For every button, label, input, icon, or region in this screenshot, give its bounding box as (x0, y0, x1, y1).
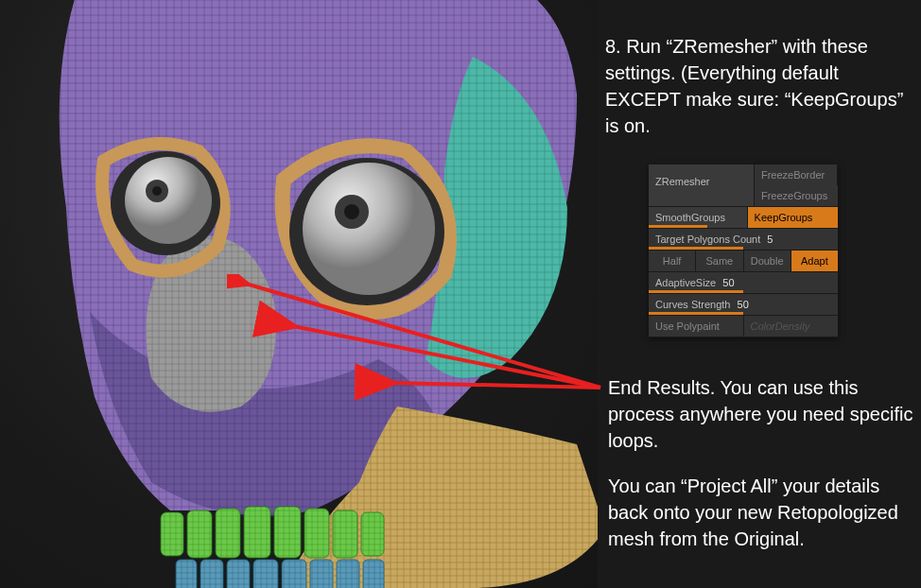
svg-rect-15 (161, 512, 183, 556)
target-polygons-slider[interactable]: Target Polygons Count 5 (649, 229, 838, 251)
svg-rect-22 (361, 512, 384, 556)
skull-mesh-render (0, 0, 598, 588)
svg-rect-21 (333, 510, 357, 558)
svg-point-14 (344, 204, 359, 219)
svg-rect-28 (310, 560, 333, 588)
svg-rect-24 (200, 560, 223, 588)
use-polypaint-toggle[interactable]: Use Polypaint (649, 316, 744, 337)
same-button[interactable]: Same (696, 251, 743, 271)
freeze-groups-toggle[interactable]: FreezeGroups (755, 185, 838, 206)
double-button[interactable]: Double (744, 251, 791, 271)
svg-rect-27 (282, 560, 306, 588)
svg-rect-30 (363, 560, 384, 588)
svg-point-11 (152, 186, 162, 196)
smooth-groups-toggle[interactable]: SmoothGroups (649, 207, 748, 228)
viewport-3d[interactable] (0, 0, 598, 588)
curves-strength-value: 50 (738, 299, 749, 310)
freeze-border-toggle[interactable]: FreezeBorder (755, 164, 838, 185)
smooth-groups-label: SmoothGroups (655, 212, 725, 223)
results-paragraph-1: End Results. You can use this process an… (608, 374, 920, 454)
half-button[interactable]: Half (649, 251, 696, 271)
svg-rect-25 (227, 560, 250, 588)
keep-groups-toggle[interactable]: KeepGroups (748, 207, 838, 228)
svg-rect-19 (274, 507, 301, 558)
svg-rect-26 (253, 560, 278, 588)
target-polygons-value: 5 (767, 233, 773, 245)
curves-strength-slider[interactable]: Curves Strength 50 (649, 294, 838, 316)
svg-rect-20 (304, 509, 329, 558)
zremesher-button[interactable]: ZRemesher (649, 164, 755, 206)
adaptive-size-label: AdaptiveSize (655, 277, 716, 288)
target-polygons-label: Target Polygons Count (655, 233, 760, 245)
svg-rect-18 (244, 507, 270, 558)
svg-point-9 (125, 157, 212, 244)
svg-rect-16 (187, 510, 212, 558)
color-density-toggle: ColorDensity (744, 316, 839, 337)
zremesher-panel: ZRemesher FreezeBorder FreezeGroups Smoo… (649, 164, 838, 337)
svg-point-12 (303, 163, 435, 295)
adaptive-size-value: 50 (722, 277, 734, 288)
svg-rect-29 (337, 560, 359, 588)
adaptive-size-slider[interactable]: AdaptiveSize 50 (649, 272, 838, 294)
svg-rect-17 (216, 509, 240, 558)
adapt-button[interactable]: Adapt (791, 251, 838, 271)
svg-rect-23 (176, 560, 197, 588)
step-instruction: 8. Run “ZRemesher” with these settings. … (605, 33, 917, 139)
curves-strength-label: Curves Strength (655, 299, 730, 310)
results-paragraph-2: You can “Project All” your details back … (608, 473, 920, 552)
